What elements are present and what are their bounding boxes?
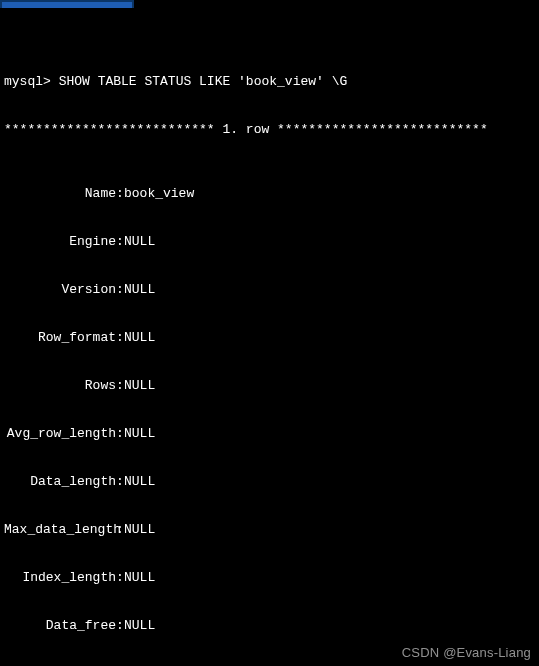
field-key: Name: [4, 186, 116, 202]
result-field: Data_free: NULL: [4, 618, 535, 634]
terminal-output[interactable]: mysql> SHOW TABLE STATUS LIKE 'book_view…: [0, 10, 539, 666]
result-field: Engine: NULL: [4, 234, 535, 250]
result-field: Name: book_view: [4, 186, 535, 202]
result-field: Version: NULL: [4, 282, 535, 298]
mysql-prompt: mysql>: [4, 74, 51, 89]
result-field: Avg_row_length: NULL: [4, 426, 535, 442]
result-field: Row_format: NULL: [4, 330, 535, 346]
command-text: SHOW TABLE STATUS LIKE 'book_view' \G: [59, 74, 348, 89]
prompt-line: mysql> SHOW TABLE STATUS LIKE 'book_view…: [4, 74, 535, 90]
window-tab-stub: [0, 0, 134, 8]
result-field: Data_length: NULL: [4, 474, 535, 490]
result-field: Rows: NULL: [4, 378, 535, 394]
result-field: Max_data_length: NULL: [4, 522, 535, 538]
row-header: *************************** 1. row *****…: [4, 122, 535, 138]
watermark-text: CSDN @Evans-Liang: [402, 645, 531, 660]
result-field: Index_length: NULL: [4, 570, 535, 586]
field-value: book_view: [124, 186, 194, 202]
